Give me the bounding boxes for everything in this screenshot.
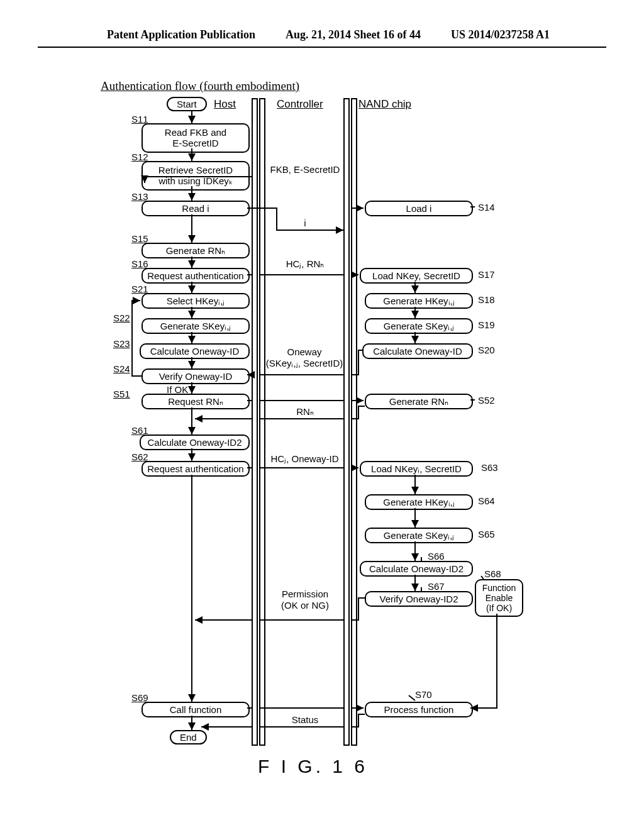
- msg-rnn: RNₙ: [289, 406, 321, 418]
- s65-box: Generate SKeyᵢ,ⱼ: [365, 528, 473, 543]
- s13-box: Read i: [142, 201, 250, 216]
- col-controller: Controller: [277, 98, 323, 111]
- diagram: Authentication flow (fourth embodiment) …: [69, 79, 610, 771]
- s15-box: Generate RNₕ: [142, 243, 250, 258]
- s52-label: S52: [478, 395, 495, 406]
- s22-box: Generate SKeyᵢ,ⱼ: [142, 318, 250, 334]
- s67-box: Verify Oneway-ID2: [365, 591, 473, 607]
- s23-label: S23: [113, 338, 130, 349]
- svg-line-44: [409, 695, 415, 700]
- header-right: US 2014/0237258 A1: [451, 28, 550, 42]
- s70-label: S70: [415, 689, 432, 700]
- s62-box: Request authentication: [142, 461, 250, 477]
- figure-label: F I G. 1 6: [258, 756, 368, 777]
- s22-label: S22: [113, 313, 130, 323]
- header-left: Patent Application Publication: [107, 28, 255, 42]
- s63-label: S63: [481, 462, 498, 473]
- s24-box: Verify Oneway-ID: [142, 368, 250, 384]
- msg-hcrn: HCⱼ, RNₕ: [270, 258, 340, 270]
- s24-label: S24: [113, 363, 130, 374]
- msg-hcone: HCⱼ, Oneway-ID: [265, 453, 344, 465]
- s70-box: Process function: [365, 702, 473, 717]
- s52-box: Generate RNₙ: [365, 394, 473, 409]
- s11-box: Read FKB andE-SecretID: [142, 123, 250, 153]
- s51-box: Request RNₙ: [142, 394, 250, 409]
- s67-label: S67: [428, 581, 445, 592]
- col-nand: NAND chip: [358, 98, 411, 111]
- lane-controller-nand-left: [343, 98, 350, 746]
- header-center: Aug. 21, 2014 Sheet 16 of 44: [286, 28, 421, 42]
- s18-label: S18: [478, 294, 495, 305]
- s16-box: Request authentication: [142, 268, 250, 284]
- s19-box: Generate SKeyᵢ,ⱼ: [365, 318, 473, 334]
- s14-label: S14: [478, 202, 495, 213]
- s63-box: Load NKeyᵢ, SecretID: [360, 461, 473, 477]
- s20-box: Calculate Oneway-ID: [362, 343, 473, 359]
- msg-oneway: Oneway(SKeyᵢ,ⱼ, SecretID): [264, 346, 345, 369]
- s65-label: S65: [478, 529, 495, 540]
- terminator-end: End: [170, 730, 207, 744]
- msg-fkb: FKB, E-SecretID: [267, 164, 343, 175]
- s18-box: Generate HKeyᵢ,ⱼ: [365, 293, 473, 309]
- s66-box: Calculate Oneway-ID2: [360, 561, 473, 577]
- s66-label: S66: [428, 551, 445, 562]
- lane-controller-nand-right: [351, 98, 357, 746]
- s20-label: S20: [478, 345, 495, 355]
- lane-host-controller-right: [259, 98, 265, 746]
- s14-box: Load i: [365, 201, 473, 216]
- s23-box: Calculate Oneway-ID: [140, 343, 250, 359]
- s68-label: S68: [484, 568, 501, 579]
- s21-box: Select HKeyᵢ,ⱼ: [142, 293, 250, 309]
- msg-perm: Permission(OK or NG): [270, 589, 340, 611]
- s17-label: S17: [478, 269, 495, 280]
- col-host: Host: [214, 98, 236, 111]
- s64-label: S64: [478, 495, 495, 506]
- s17-box: Load NKey, SecretID: [360, 268, 473, 284]
- lane-host-controller-left: [252, 98, 258, 746]
- msg-i: i: [289, 218, 321, 229]
- s12-box: Retrieve SecretIDwith using IDKeyₖ: [142, 161, 250, 191]
- s61-box: Calculate Oneway-ID2: [140, 434, 250, 450]
- s51-label: S51: [113, 389, 130, 399]
- s64-box: Generate HKeyᵢ,ⱼ: [365, 494, 473, 510]
- s69-box: Call function: [142, 702, 250, 717]
- s68-box: FunctionEnable(If OK): [475, 579, 523, 617]
- msg-status: Status: [286, 714, 324, 726]
- s19-label: S19: [478, 319, 495, 330]
- diagram-title: Authentication flow (fourth embodiment): [101, 79, 299, 93]
- terminator-start: Start: [167, 97, 207, 111]
